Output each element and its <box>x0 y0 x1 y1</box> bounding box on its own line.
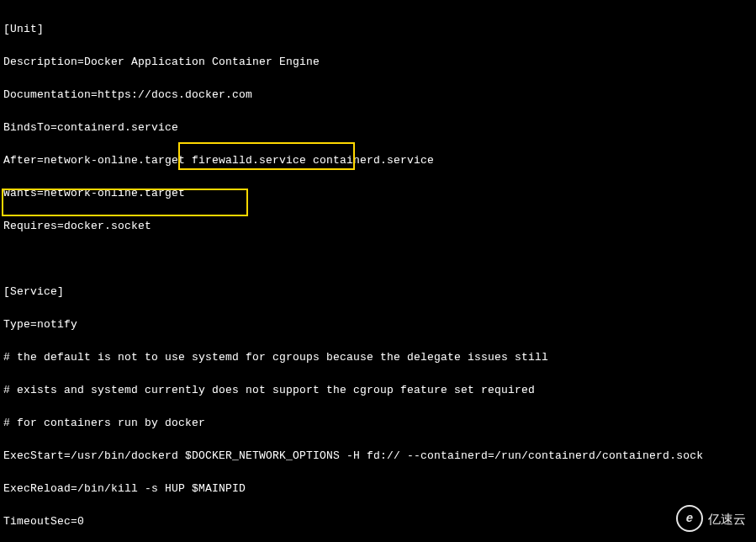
config-line: # for containers run by docker <box>3 417 753 428</box>
config-line: Description=Docker Application Container… <box>3 56 753 67</box>
config-line: [Unit] <box>3 24 753 35</box>
config-line <box>3 253 753 264</box>
watermark-text: 亿速云 <box>708 513 746 525</box>
config-line: Documentation=https://docs.docker.com <box>3 89 753 100</box>
config-line: Wants=network-online.target <box>3 188 753 199</box>
config-line: After=network-online.target firewalld.se… <box>3 155 753 166</box>
config-line: Type=notify <box>3 319 753 330</box>
config-line: ExecStart=/usr/bin/dockerd $DOCKER_NETWO… <box>3 450 753 461</box>
config-line: # the default is not to use systemd for … <box>3 352 753 363</box>
terminal-viewport[interactable]: [Unit] Description=Docker Application Co… <box>0 0 756 542</box>
config-line: [Service] <box>3 286 753 297</box>
watermark-icon: e <box>676 505 703 532</box>
config-line: BindsTo=containerd.service <box>3 122 753 133</box>
config-line: Requires=docker.socket <box>3 221 753 231</box>
config-line: ExecReload=/bin/kill -s HUP $MAINPID <box>3 483 753 494</box>
config-line: # exists and systemd currently does not … <box>3 385 753 396</box>
config-line: TimeoutSec=0 <box>3 516 753 527</box>
watermark: e 亿速云 <box>676 505 746 532</box>
